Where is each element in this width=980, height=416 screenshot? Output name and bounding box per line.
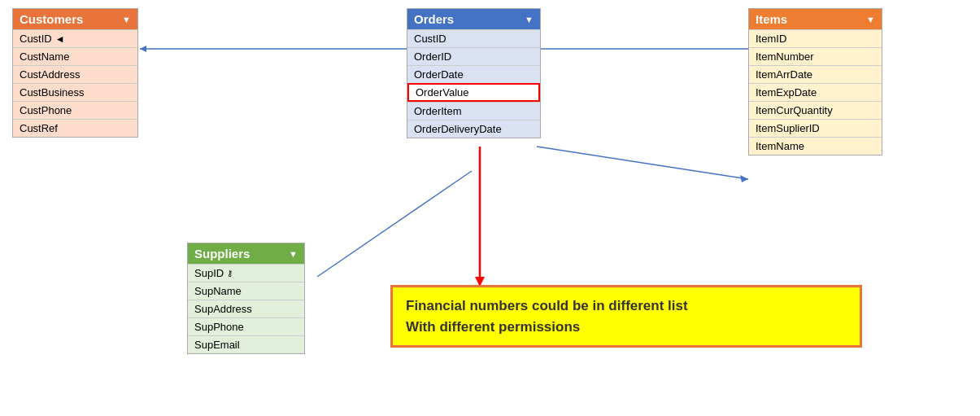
orders-row-orderitem: OrderItem bbox=[407, 102, 540, 120]
orders-dropdown-icon[interactable]: ▼ bbox=[525, 15, 534, 24]
customers-row-custbusiness: CustBusiness bbox=[13, 83, 137, 101]
items-row-itemid: ItemID bbox=[749, 29, 882, 47]
orders-row-orderdate: OrderDate bbox=[407, 65, 540, 83]
customers-row-custref: CustRef bbox=[13, 119, 137, 137]
orders-row-ordervalue: OrderValue bbox=[407, 83, 540, 102]
annotation-line1: Financial numbers could be in different … bbox=[406, 296, 847, 317]
suppliers-row-supid: SupID ⚷ bbox=[188, 264, 304, 282]
items-dropdown-icon[interactable]: ▼ bbox=[866, 15, 875, 24]
items-row-itemcurquantity: ItemCurQuantity bbox=[749, 101, 882, 119]
orders-header[interactable]: Orders ▼ bbox=[407, 9, 540, 29]
customers-row-custaddress: CustAddress bbox=[13, 65, 137, 83]
suppliers-title: Suppliers bbox=[194, 247, 250, 261]
orders-row-orderid: OrderID bbox=[407, 47, 540, 65]
items-row-itemname: ItemName bbox=[749, 137, 882, 155]
suppliers-table: Suppliers ▼ SupID ⚷ SupName SupAddress S… bbox=[187, 243, 305, 354]
annotation-line2: With different permissions bbox=[406, 317, 847, 338]
orders-row-custid: CustID bbox=[407, 29, 540, 47]
customers-title: Customers bbox=[20, 12, 83, 26]
items-header[interactable]: Items ▼ bbox=[749, 9, 882, 29]
items-table: Items ▼ ItemID ItemNumber ItemArrDate It… bbox=[748, 8, 882, 155]
items-row-itemnumber: ItemNumber bbox=[749, 47, 882, 65]
custid-arrow-icon: ◄ bbox=[55, 33, 65, 45]
supid-key-icon: ⚷ bbox=[227, 269, 233, 278]
customers-row-custname: CustName bbox=[13, 47, 137, 65]
suppliers-header[interactable]: Suppliers ▼ bbox=[188, 243, 304, 264]
annotation-box: Financial numbers could be in different … bbox=[390, 285, 862, 348]
orders-table: Orders ▼ CustID OrderID OrderDate OrderV… bbox=[407, 8, 541, 138]
svg-line-5 bbox=[317, 171, 472, 277]
customers-row-custid: CustID ◄ bbox=[13, 29, 137, 47]
orders-title: Orders bbox=[414, 12, 454, 26]
suppliers-row-supname: SupName bbox=[188, 282, 304, 300]
suppliers-row-supaddress: SupAddress bbox=[188, 300, 304, 317]
customers-dropdown-icon[interactable]: ▼ bbox=[122, 15, 131, 24]
svg-line-3 bbox=[537, 147, 748, 179]
suppliers-row-supemail: SupEmail bbox=[188, 335, 304, 353]
customers-header[interactable]: Customers ▼ bbox=[13, 9, 137, 29]
items-row-itemarrdate: ItemArrDate bbox=[749, 65, 882, 83]
customers-row-custphone: CustPhone bbox=[13, 101, 137, 119]
svg-marker-4 bbox=[740, 175, 748, 182]
items-row-itemsuplierid: ItemSuplierID bbox=[749, 119, 882, 137]
suppliers-dropdown-icon[interactable]: ▼ bbox=[289, 249, 298, 259]
items-title: Items bbox=[756, 12, 787, 26]
items-row-itemexpdate: ItemExpDate bbox=[749, 83, 882, 101]
orders-row-orderdeliverydate: OrderDeliveryDate bbox=[407, 120, 540, 138]
customers-table: Customers ▼ CustID ◄ CustName CustAddres… bbox=[12, 8, 138, 138]
svg-marker-1 bbox=[140, 46, 146, 52]
suppliers-row-supphone: SupPhone bbox=[188, 317, 304, 335]
